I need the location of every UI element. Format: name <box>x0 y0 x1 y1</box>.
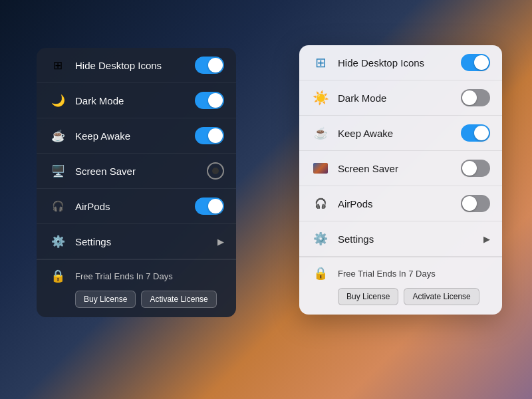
dark-buy-license-button[interactable]: Buy License <box>75 291 136 308</box>
dark-dark-mode-item: 🌙 Dark Mode <box>37 83 236 118</box>
dark-screen-saver-label: Screen Saver <box>75 166 207 177</box>
light-airpods-icon: 🎧 <box>311 194 330 213</box>
light-screen-saver-label: Screen Saver <box>338 163 461 174</box>
light-lock-icon: 🔒 <box>311 264 330 283</box>
light-hide-desktop-label: Hide Desktop Icons <box>338 57 461 68</box>
light-grid-icon: ⊞ <box>311 53 330 72</box>
light-screen-saver-item: Screen Saver <box>299 151 502 186</box>
light-settings-arrow-icon: ▶ <box>483 234 490 244</box>
dark-settings-item[interactable]: ⚙️ Settings ▶ <box>37 224 236 259</box>
dark-airpods-icon: 🎧 <box>49 197 67 215</box>
dark-trial-row: 🔒 Free Trial Ends In 7 Days <box>49 267 224 285</box>
light-trial-text: Free Trial Ends In 7 Days <box>338 269 436 279</box>
dark-trial-footer: 🔒 Free Trial Ends In 7 Days Buy License … <box>37 259 236 317</box>
dark-settings-label: Settings <box>75 236 217 247</box>
light-dark-mode-toggle[interactable] <box>461 89 490 106</box>
light-dark-mode-label: Dark Mode <box>338 92 461 104</box>
dark-monitor-icon: 🖥️ <box>49 162 67 180</box>
light-buy-license-button[interactable]: Buy License <box>338 288 398 305</box>
light-activate-license-button[interactable]: Activate License <box>404 288 479 305</box>
light-hide-desktop-item: ⊞ Hide Desktop Icons <box>299 45 502 80</box>
light-dark-mode-item: ☀️ Dark Mode <box>299 80 502 116</box>
light-keep-awake-item: ☕ Keep Awake <box>299 116 502 151</box>
dark-grid-icon: ⊞ <box>49 56 67 74</box>
dark-airpods-toggle[interactable] <box>195 198 224 215</box>
light-airpods-item: 🎧 AirPods <box>299 186 502 221</box>
dark-hide-desktop-label: Hide Desktop Icons <box>75 60 195 71</box>
dark-airpods-item: 🎧 AirPods <box>37 189 236 224</box>
dark-dark-mode-label: Dark Mode <box>75 95 195 106</box>
dark-hide-desktop-item: ⊞ Hide Desktop Icons <box>37 48 236 83</box>
dark-screen-saver-item: 🖥️ Screen Saver <box>37 154 236 189</box>
dark-trial-buttons: Buy License Activate License <box>75 291 224 308</box>
light-coffee-icon: ☕ <box>311 124 330 142</box>
light-trial-buttons: Buy License Activate License <box>338 288 490 305</box>
dark-keep-awake-label: Keep Awake <box>75 130 195 142</box>
light-screen-saver-toggle[interactable] <box>461 160 490 177</box>
light-settings-item[interactable]: ⚙️ Settings ▶ <box>299 221 502 257</box>
dark-lock-icon: 🔒 <box>49 267 67 285</box>
dark-panel: ⊞ Hide Desktop Icons 🌙 Dark Mode ☕ Keep … <box>37 48 236 317</box>
light-trial-footer: 🔒 Free Trial Ends In 7 Days Buy License … <box>299 257 502 315</box>
light-panel: ⊞ Hide Desktop Icons ☀️ Dark Mode ☕ Keep… <box>299 45 502 315</box>
dark-hide-desktop-toggle[interactable] <box>195 57 224 74</box>
dark-airpods-label: AirPods <box>75 201 195 212</box>
light-keep-awake-label: Keep Awake <box>338 128 461 139</box>
light-trial-row: 🔒 Free Trial Ends In 7 Days <box>311 264 490 283</box>
light-airpods-toggle[interactable] <box>461 195 490 212</box>
dark-settings-arrow-icon: ▶ <box>217 237 224 247</box>
light-airpods-label: AirPods <box>338 198 461 209</box>
light-hide-desktop-toggle[interactable] <box>461 54 490 71</box>
dark-gear-icon: ⚙️ <box>49 232 67 251</box>
dark-keep-awake-toggle[interactable] <box>195 127 224 144</box>
light-sun-icon: ☀️ <box>311 88 330 107</box>
light-gear-icon: ⚙️ <box>311 229 330 248</box>
light-keep-awake-toggle[interactable] <box>461 124 490 142</box>
light-settings-label: Settings <box>338 233 483 245</box>
dark-trial-text: Free Trial Ends In 7 Days <box>75 271 173 281</box>
dark-dark-mode-toggle[interactable] <box>195 92 224 109</box>
dark-keep-awake-item: ☕ Keep Awake <box>37 118 236 154</box>
dark-screen-saver-radio[interactable] <box>207 162 224 180</box>
light-screensaver-icon <box>311 159 330 178</box>
dark-coffee-icon: ☕ <box>49 126 67 145</box>
dark-activate-license-button[interactable]: Activate License <box>141 291 216 308</box>
dark-moon-icon: 🌙 <box>49 91 67 110</box>
